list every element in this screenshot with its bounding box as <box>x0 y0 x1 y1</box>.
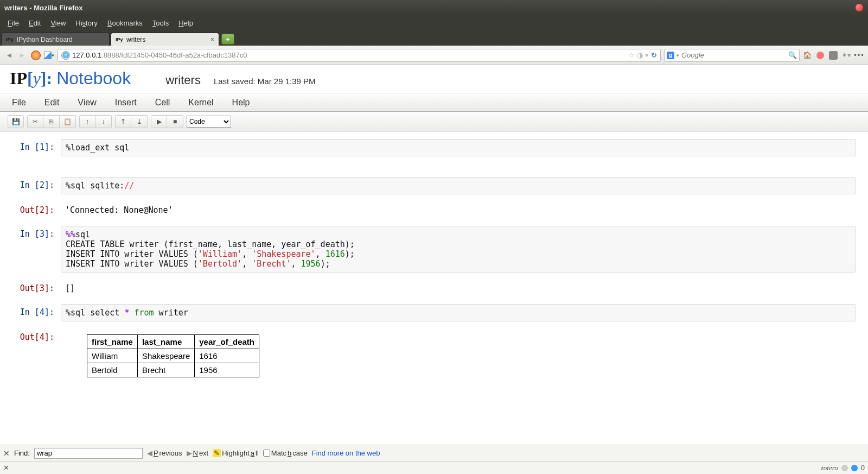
move-up-button[interactable]: ↑ <box>79 115 95 128</box>
firefox-menubar: File Edit View History Bookmarks Tools H… <box>0 15 868 30</box>
status-icon-2[interactable] <box>851 465 858 471</box>
nb-menu-insert[interactable]: Insert <box>106 94 145 111</box>
search-go-icon[interactable]: 🔍 <box>788 51 797 59</box>
code-area[interactable]: %load_ext sql <box>66 143 129 153</box>
find-input[interactable] <box>34 448 143 459</box>
insert-above-button[interactable]: ⤒ <box>115 115 131 128</box>
addon-icon-1[interactable] <box>815 50 826 61</box>
cell-in-4[interactable]: In [4]: %sql select * from writer <box>12 304 856 321</box>
findbar: ✕ Find: ◀ Previous ▶ Next ✎Highlight all… <box>0 445 868 461</box>
browser-tabstrip: IPy IPython Dashboard × IPy writers × + <box>0 30 868 46</box>
evernote-icon[interactable] <box>828 50 839 61</box>
menu-file[interactable]: File <box>3 17 23 29</box>
insert-below-button[interactable]: ⤓ <box>131 115 148 128</box>
paste-button[interactable]: 📋 <box>60 115 76 128</box>
table-row: WilliamShakespeare1616 <box>87 349 259 363</box>
cell-in-2[interactable]: In [2]: %sql sqlite:// <box>12 177 856 194</box>
menu-view[interactable]: View <box>46 17 70 29</box>
browser-tab-writers[interactable]: IPy writers × <box>111 33 219 46</box>
overflow-menu-icon[interactable]: ••• <box>854 50 865 61</box>
findbar-close-icon[interactable]: ✕ <box>3 449 10 458</box>
status-count: 0 <box>861 464 865 472</box>
back-button[interactable]: ◄ <box>3 49 15 61</box>
last-saved-label: Last saved: Mar 29 1:39 PM <box>214 77 316 86</box>
reload-button[interactable]: ↻ <box>651 51 657 59</box>
notebook-header: IP[y]: Notebook writers Last saved: Mar … <box>0 65 868 93</box>
tab-close-icon[interactable]: × <box>209 36 215 43</box>
nb-menu-file[interactable]: File <box>3 94 35 111</box>
input-prompt: In [1]: <box>12 139 61 152</box>
addon-bar: ✕ zotero 0 <box>0 461 868 474</box>
cell-in-1[interactable]: In [1]: %load_ext sql <box>12 139 856 156</box>
status-icon[interactable] <box>841 465 848 471</box>
input-prompt: In [4]: <box>12 304 61 317</box>
window-close-button[interactable] <box>855 3 864 12</box>
addon-icon-2[interactable]: ✦▾ <box>841 50 852 61</box>
match-case-checkbox[interactable]: Match case <box>263 449 308 457</box>
find-web-link[interactable]: Find more on the web <box>312 449 380 457</box>
code-area[interactable]: %%sql CREATE TABLE writer (first_name, l… <box>66 230 355 269</box>
cut-button[interactable]: ✂ <box>27 115 43 128</box>
window-title: writers - Mozilla Firefox <box>4 4 82 12</box>
cell-type-select[interactable]: Code <box>187 116 231 128</box>
nb-menu-view[interactable]: View <box>69 94 105 111</box>
output-text: [] <box>65 283 75 293</box>
nb-menu-cell[interactable]: Cell <box>146 94 179 111</box>
firefox-icon[interactable] <box>30 50 41 61</box>
tab-label: IPython Dashboard <box>17 36 73 43</box>
output-text: 'Connected: None@None' <box>65 205 173 215</box>
forward-button[interactable]: ► <box>16 49 28 61</box>
cell-out-4: Out[4]: first_name last_name year_of_dea… <box>12 329 856 381</box>
menu-help[interactable]: Help <box>174 17 197 29</box>
tab-close-icon[interactable]: × <box>100 36 106 43</box>
zotero-label[interactable]: zotero <box>821 464 838 472</box>
notebook-name[interactable]: writers <box>165 73 201 87</box>
search-engine-icon[interactable]: g <box>667 52 674 59</box>
save-button[interactable]: 💾 <box>8 115 24 128</box>
site-identity-icon[interactable]: 🌐 <box>61 51 70 60</box>
bookmark-star-icon[interactable]: ☆ <box>628 51 635 59</box>
copy-button[interactable]: ⎘ <box>43 115 60 128</box>
search-input[interactable] <box>681 51 786 59</box>
menu-tools[interactable]: Tools <box>148 17 173 29</box>
output-prompt: Out[3]: <box>12 280 61 293</box>
tab-label: writers <box>126 36 145 43</box>
notebook-menubar: File Edit View Insert Cell Kernel Help <box>0 93 868 112</box>
feed-icon[interactable]: ◑ <box>637 51 643 59</box>
move-down-button[interactable]: ↓ <box>95 115 112 128</box>
new-tab-button[interactable]: + <box>221 34 234 45</box>
find-prev-button[interactable]: ◀ Previous <box>147 449 182 457</box>
sql-result-table: first_name last_name year_of_death Willi… <box>87 334 259 377</box>
tab-favicon-icon: IPy <box>6 36 15 43</box>
delicious-icon[interactable]: ▾ <box>43 50 54 61</box>
findbar-label: Find: <box>14 449 30 457</box>
highlight-all-button[interactable]: ✎Highlight all <box>213 449 259 457</box>
nb-menu-edit[interactable]: Edit <box>36 94 68 111</box>
cell-in-3[interactable]: In [3]: %%sql CREATE TABLE writer (first… <box>12 226 856 273</box>
col-header: first_name <box>87 335 138 349</box>
code-area[interactable]: %sql sqlite:// <box>66 181 134 191</box>
address-text: 127.0.0.1:8888/fdf21450-0450-46df-a52a-c… <box>72 51 247 59</box>
input-prompt: In [2]: <box>12 177 61 190</box>
ipython-logo[interactable]: IP[y]: Notebook <box>10 68 131 89</box>
tab-favicon-icon: IPy <box>116 36 124 43</box>
addonbar-close-icon[interactable]: ✕ <box>3 464 9 472</box>
menu-edit[interactable]: Edit <box>24 17 45 29</box>
browser-tab-dashboard[interactable]: IPy IPython Dashboard × <box>1 33 110 46</box>
table-row: BertoldBrecht1956 <box>87 363 259 377</box>
find-next-button[interactable]: ▶ Next <box>187 449 209 457</box>
home-button[interactable]: 🏠 <box>802 50 813 61</box>
nb-menu-help[interactable]: Help <box>224 94 259 111</box>
nb-menu-kernel[interactable]: Kernel <box>180 94 222 111</box>
menu-history[interactable]: History <box>71 17 101 29</box>
menu-bookmarks[interactable]: Bookmarks <box>103 17 147 29</box>
code-area[interactable]: %sql select * from writer <box>66 308 188 318</box>
search-bar[interactable]: g ▾ 🔍 <box>664 49 800 62</box>
input-prompt: In [3]: <box>12 226 61 239</box>
cell-out-2: Out[2]: 'Connected: None@None' <box>12 202 856 218</box>
col-header: last_name <box>137 335 194 349</box>
address-bar[interactable]: 🌐 127.0.0.1:8888/fdf21450-0450-46df-a52a… <box>58 49 661 62</box>
interrupt-button[interactable]: ■ <box>167 115 183 128</box>
notebook-body[interactable]: In [1]: %load_ext sql In [2]: %sql sqlit… <box>0 131 868 408</box>
run-button[interactable]: ▶ <box>151 115 167 128</box>
